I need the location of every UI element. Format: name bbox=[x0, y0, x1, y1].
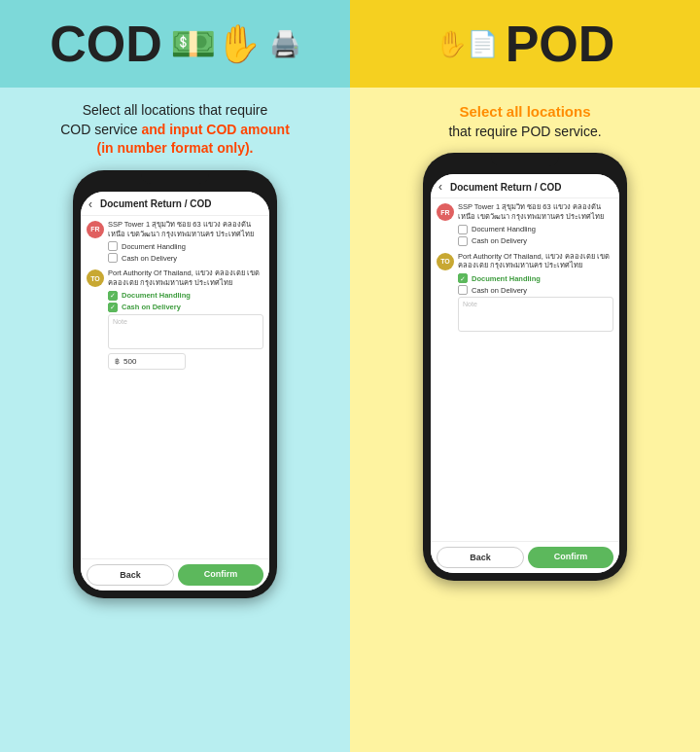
cod-back-button[interactable]: Back bbox=[87, 564, 174, 586]
cod-loc2-cod-label: Cash on Delivery bbox=[122, 303, 181, 311]
cod-loc2-cod-row: Cash on Delivery bbox=[108, 303, 263, 312]
pod-loc1-cod-row: Cash on Delivery bbox=[458, 236, 613, 246]
cod-description: Select all locations that require COD se… bbox=[60, 101, 290, 159]
header: COD 💵✋ 🖨️ ✋📄 POD bbox=[0, 0, 700, 88]
cod-loc1-dochandling-label: Document Handling bbox=[122, 242, 186, 251]
pod-phone-notch bbox=[491, 153, 559, 166]
pod-phone-mockup: ‹ Document Return / COD FR SSP Tower 1 ส… bbox=[423, 153, 627, 581]
pod-panel: Select all locations that require POD se… bbox=[350, 88, 700, 752]
pod-title: POD bbox=[506, 18, 615, 69]
pod-hand-icon: ✋📄 bbox=[436, 29, 498, 59]
pod-location-2: TO Port Authority Of Thailand, แขวง คลอง… bbox=[437, 252, 613, 333]
pod-loc1-cod-label: Cash on Delivery bbox=[472, 236, 527, 245]
phone-notch bbox=[141, 170, 209, 184]
pod-header: ✋📄 POD bbox=[350, 0, 700, 88]
pod-location2-address: Port Authority Of Thailand, แขวง คลองเตย… bbox=[458, 252, 613, 271]
cod-location-2: TO Port Authority Of Thailand, แขวง คลอง… bbox=[87, 269, 263, 370]
pod-location1-badge: FR bbox=[437, 203, 454, 221]
location1-header: FR SSP Tower 1 สุขุมวิท ซอย 63 แขวง คลอง… bbox=[87, 220, 263, 239]
cod-loc2-dochandling-label: Document Handling bbox=[122, 291, 191, 300]
location2-badge: TO bbox=[87, 269, 104, 287]
pod-phone-screen: ‹ Document Return / COD FR SSP Tower 1 ส… bbox=[431, 174, 619, 573]
cod-loc2-dochandling-checkbox[interactable] bbox=[108, 291, 118, 301]
pod-back-button[interactable]: Back bbox=[437, 547, 524, 568]
pod-loc1-dochandling-row: Document Handling bbox=[458, 225, 613, 234]
cod-loc1-cod-row: Cash on Delivery bbox=[108, 253, 263, 263]
pod-loc2-cod-row: Cash on Delivery bbox=[458, 285, 613, 295]
cod-phone-screen: ‹ Document Return / COD FR SSP Tower 1 ส… bbox=[81, 192, 269, 591]
currency-symbol: ฿ bbox=[115, 357, 120, 366]
main-content: Select all locations that require COD se… bbox=[0, 88, 700, 752]
pod-loc2-dochandling-row: Document Handling bbox=[458, 273, 613, 283]
cod-note-box[interactable]: Note bbox=[108, 314, 263, 349]
cod-confirm-button[interactable]: Confirm bbox=[178, 564, 263, 586]
location2-address: Port Authority Of Thailand, แขวง คลองเตย… bbox=[108, 269, 263, 288]
pod-location1-address: SSP Tower 1 สุขุมวิท ซอย 63 แขวง คลองตัน… bbox=[458, 202, 613, 222]
cod-location-1: FR SSP Tower 1 สุขุมวิท ซอย 63 แขวง คลอง… bbox=[87, 220, 263, 264]
cod-phone-content: FR SSP Tower 1 สุขุมวิท ซอย 63 แขวง คลอง… bbox=[81, 216, 269, 558]
pod-note-placeholder: Note bbox=[463, 301, 477, 307]
cod-screen-title: Document Return / COD bbox=[100, 198, 211, 209]
cod-loc2-dochandling-row: Document Handling bbox=[108, 291, 263, 301]
cod-machine-icon: 🖨️ bbox=[269, 29, 300, 59]
cod-loc2-cod-checkbox[interactable] bbox=[108, 303, 118, 312]
cod-loc1-cod-label: Cash on Delivery bbox=[122, 254, 177, 263]
pod-loc2-cod-label: Cash on Delivery bbox=[472, 286, 527, 295]
cod-amount-value: 500 bbox=[123, 357, 136, 366]
pod-phone-buttons: Back Confirm bbox=[431, 541, 619, 573]
cod-loc1-cod-checkbox[interactable] bbox=[108, 253, 118, 263]
pod-location2-header: TO Port Authority Of Thailand, แขวง คลอง… bbox=[437, 252, 613, 271]
cod-panel: Select all locations that require COD se… bbox=[0, 88, 350, 752]
pod-back-arrow-icon[interactable]: ‹ bbox=[438, 180, 442, 194]
pod-loc1-dochandling-checkbox[interactable] bbox=[458, 225, 468, 234]
cod-phone-mockup: ‹ Document Return / COD FR SSP Tower 1 ส… bbox=[73, 170, 277, 598]
pod-note-box[interactable]: Note bbox=[458, 297, 613, 332]
pod-location1-header: FR SSP Tower 1 สุขุมวิท ซอย 63 แขวง คลอง… bbox=[437, 202, 613, 222]
pod-description: Select all locations that require POD se… bbox=[448, 101, 601, 141]
pod-phone-topbar: ‹ Document Return / COD bbox=[431, 174, 619, 198]
cod-loc1-dochandling-checkbox[interactable] bbox=[108, 241, 118, 251]
cod-note-placeholder: Note bbox=[113, 318, 127, 325]
cod-amount-row[interactable]: ฿ 500 bbox=[108, 353, 186, 370]
cod-loc1-dochandling-row: Document Handling bbox=[108, 241, 263, 251]
cod-title: COD bbox=[50, 18, 162, 69]
cod-money-icon: 💵✋ bbox=[170, 22, 262, 65]
pod-location2-badge: TO bbox=[437, 253, 454, 270]
cod-phone-topbar: ‹ Document Return / COD bbox=[81, 192, 269, 216]
cod-header: COD 💵✋ 🖨️ bbox=[0, 0, 350, 88]
pod-confirm-button[interactable]: Confirm bbox=[528, 547, 613, 568]
pod-loc2-dochandling-checkbox[interactable] bbox=[458, 273, 468, 283]
pod-screen-title: Document Return / COD bbox=[450, 182, 561, 193]
cod-phone-buttons: Back Confirm bbox=[81, 558, 269, 591]
back-arrow-icon[interactable]: ‹ bbox=[88, 197, 92, 211]
location2-header: TO Port Authority Of Thailand, แขวง คลอง… bbox=[87, 269, 263, 288]
pod-loc1-cod-checkbox[interactable] bbox=[458, 236, 468, 246]
pod-loc2-cod-checkbox[interactable] bbox=[458, 285, 468, 295]
location1-address: SSP Tower 1 สุขุมวิท ซอย 63 แขวง คลองตัน… bbox=[108, 220, 263, 239]
pod-location-1: FR SSP Tower 1 สุขุมวิท ซอย 63 แขวง คลอง… bbox=[437, 202, 613, 246]
pod-loc2-dochandling-label: Document Handling bbox=[472, 274, 541, 283]
location1-badge: FR bbox=[87, 221, 104, 238]
pod-loc1-dochandling-label: Document Handling bbox=[472, 225, 536, 233]
pod-phone-content: FR SSP Tower 1 สุขุมวิท ซอย 63 แขวง คลอง… bbox=[431, 198, 619, 541]
